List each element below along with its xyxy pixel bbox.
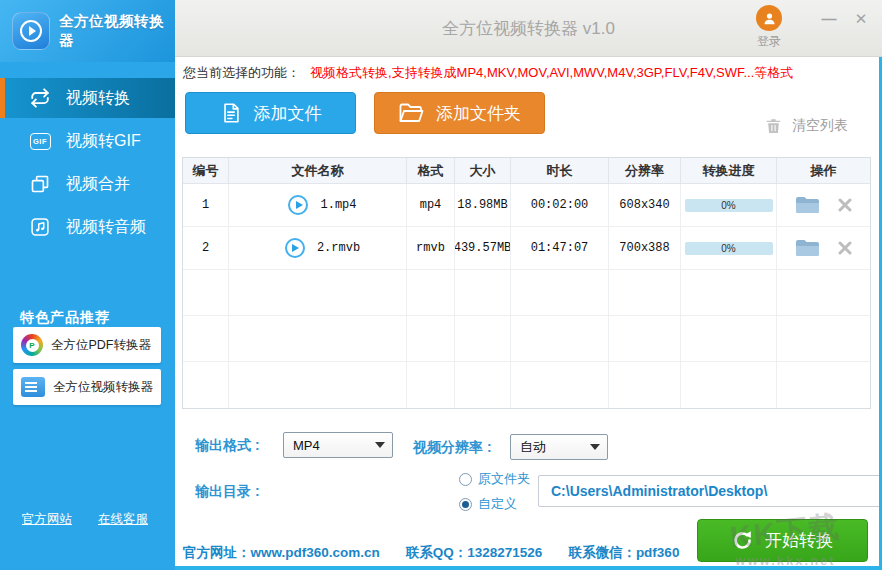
product-label: 全方位视频转换器 (53, 379, 153, 396)
folder-icon (398, 101, 424, 125)
function-value: 视频格式转换,支持转换成MP4,MKV,MOV,AVI,MWV,M4V,3GP,… (310, 65, 793, 80)
add-file-label: 添加文件 (254, 102, 322, 125)
sidebar-item-video-convert[interactable]: 视频转换 (0, 78, 175, 118)
cell-size: 439.57MB (455, 227, 511, 269)
col-header-progress: 转换进度 (681, 158, 777, 183)
cell-no: 2 (183, 227, 229, 269)
video-resolution-value: 自动 (520, 438, 546, 456)
sidebar-item-label: 视频转换 (66, 88, 130, 109)
video-converter-icon (21, 377, 45, 397)
sidebar-item-label: 视频合并 (66, 174, 130, 195)
sidebar-links: 官方网站 在线客服 (22, 511, 148, 528)
official-url-text: 官方网址：www.pdf360.com.cn (183, 544, 380, 562)
chevron-down-icon (375, 442, 385, 448)
sidebar-item-video-to-audio[interactable]: 视频转音频 (0, 207, 175, 247)
radio-label: 自定义 (478, 495, 517, 513)
pdf-converter-icon: P (21, 334, 43, 356)
user-avatar-icon (756, 5, 782, 31)
cell-resolution: 608x340 (609, 184, 681, 226)
cell-size: 18.98MB (455, 184, 511, 226)
cell-no: 1 (183, 184, 229, 226)
minimize-button[interactable]: — (818, 10, 840, 27)
add-file-button[interactable]: 添加文件 (185, 92, 356, 134)
merge-overlap-icon (28, 172, 52, 196)
table-header-row: 编号 文件名称 格式 大小 时长 分辨率 转换进度 操作 (183, 158, 870, 184)
progress-value: 0% (685, 199, 773, 212)
cell-filename: 2.rmvb (317, 241, 360, 255)
close-button[interactable]: ✕ (850, 10, 872, 28)
clear-list-label: 清空列表 (792, 117, 848, 135)
video-resolution-label: 视频分辨率 : (413, 439, 492, 457)
col-header-filename: 文件名称 (229, 158, 407, 183)
main-area: 全方位视频转换器 v1.0 登录 — ✕ 您当前选择的功能：视频格式转换,支持转… (175, 0, 882, 570)
radio-icon-selected (459, 498, 472, 511)
radio-custom-folder[interactable]: 自定义 (459, 495, 530, 513)
remove-file-icon[interactable] (838, 241, 852, 255)
sidebar-item-video-to-gif[interactable]: GIF 视频转GIF (0, 121, 175, 161)
product-card-pdf-converter[interactable]: P 全方位PDF转换器 (13, 327, 161, 363)
chevron-down-icon (590, 444, 600, 450)
cell-filename: 1.mp4 (320, 198, 356, 212)
document-icon (220, 102, 242, 124)
empty-table-row (183, 362, 870, 408)
contact-wechat-text: 联系微信：pdf360 (568, 544, 679, 562)
login-button[interactable]: 登录 (749, 5, 789, 50)
empty-table-row (183, 270, 870, 316)
output-path-input[interactable] (538, 475, 882, 507)
start-convert-button[interactable]: 开始转换 (697, 519, 868, 562)
output-format-select[interactable]: MP4 (283, 432, 393, 458)
official-site-link[interactable]: 官方网站 (22, 511, 72, 528)
music-note-icon (28, 215, 52, 239)
open-folder-icon[interactable] (795, 238, 820, 258)
add-folder-button[interactable]: 添加文件夹 (374, 92, 545, 134)
gif-icon: GIF (28, 129, 52, 153)
output-format-label: 输出格式 : (195, 437, 260, 455)
clear-list-button[interactable]: 清空列表 (765, 117, 848, 135)
contact-info: 官方网址：www.pdf360.com.cn 联系QQ：1328271526 联… (183, 544, 679, 562)
file-table: 编号 文件名称 格式 大小 时长 分辨率 转换进度 操作 1 1.mp4 mp4… (182, 157, 871, 409)
product-label: 全方位PDF转换器 (51, 337, 151, 354)
output-format-value: MP4 (293, 438, 320, 453)
col-header-no: 编号 (183, 158, 229, 183)
col-header-size: 大小 (455, 158, 511, 183)
login-label: 登录 (749, 33, 789, 50)
sidebar: 全方位视频转换器 视频转换 GIF 视频转GIF (0, 0, 175, 570)
table-row: 1 1.mp4 mp4 18.98MB 00:02:00 608x340 0% (183, 184, 870, 227)
cell-format: rmvb (407, 227, 455, 269)
col-header-format: 格式 (407, 158, 455, 183)
output-dir-radio-group: 原文件夹 自定义 (459, 470, 530, 513)
progress-value: 0% (685, 242, 773, 255)
progress-bar: 0% (685, 199, 773, 212)
start-convert-label: 开始转换 (765, 529, 833, 552)
sidebar-item-label: 视频转GIF (66, 131, 141, 152)
app-logo-icon (12, 12, 50, 50)
play-button[interactable] (288, 195, 308, 215)
app-logo: 全方位视频转换器 (0, 0, 175, 62)
cell-duration: 00:02:00 (511, 184, 609, 226)
empty-table-row (183, 316, 870, 362)
open-folder-icon[interactable] (795, 195, 820, 215)
col-header-duration: 时长 (511, 158, 609, 183)
col-header-resolution: 分辨率 (609, 158, 681, 183)
output-dir-label: 输出目录 : (195, 483, 260, 501)
table-row: 2 2.rmvb rmvb 439.57MB 01:47:07 700x388 … (183, 227, 870, 270)
trash-icon (765, 117, 782, 135)
cell-duration: 01:47:07 (511, 227, 609, 269)
sidebar-item-video-merge[interactable]: 视频合并 (0, 164, 175, 204)
app-window: 全方位视频转换器 视频转换 GIF 视频转GIF (0, 0, 882, 570)
play-button[interactable] (285, 238, 305, 258)
titlebar: 全方位视频转换器 v1.0 登录 — ✕ (175, 0, 882, 57)
radio-label: 原文件夹 (478, 470, 530, 488)
function-description: 您当前选择的功能：视频格式转换,支持转换成MP4,MKV,MOV,AVI,MWV… (183, 64, 793, 82)
add-folder-label: 添加文件夹 (436, 102, 521, 125)
radio-original-folder[interactable]: 原文件夹 (459, 470, 530, 488)
sidebar-menu: 视频转换 GIF 视频转GIF 视频合并 (0, 78, 175, 247)
sidebar-item-label: 视频转音频 (66, 217, 146, 238)
online-support-link[interactable]: 在线客服 (98, 511, 148, 528)
remove-file-icon[interactable] (838, 198, 852, 212)
radio-icon (459, 473, 472, 486)
cell-format: mp4 (407, 184, 455, 226)
recommend-title: 特色产品推荐 (20, 309, 175, 327)
video-resolution-select[interactable]: 自动 (510, 434, 608, 460)
product-card-video-converter[interactable]: 全方位视频转换器 (13, 369, 161, 405)
